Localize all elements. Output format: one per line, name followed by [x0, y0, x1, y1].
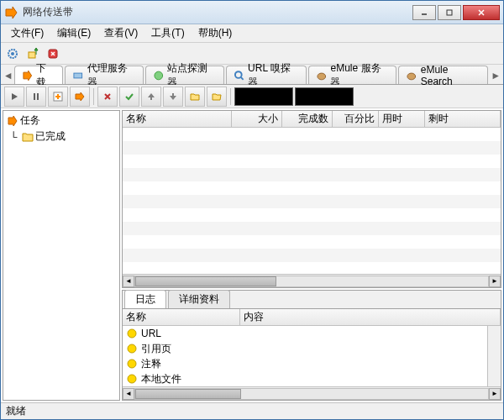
- task-tree: 任务 └ 已完成: [3, 111, 119, 146]
- gear-icon[interactable]: [4, 45, 21, 62]
- download-icon: [22, 70, 34, 81]
- task-grid-body[interactable]: [123, 128, 501, 274]
- move-up-button[interactable]: [141, 87, 161, 107]
- col-name[interactable]: 名称: [123, 111, 232, 127]
- separator: [93, 88, 94, 105]
- svg-rect-6: [74, 73, 82, 78]
- titlebar: 网络传送带: [1, 1, 503, 24]
- menu-tools[interactable]: 工具(T): [144, 24, 191, 42]
- svg-line-9: [240, 76, 243, 79]
- detail-hscroll[interactable]: ◄ ►: [123, 386, 501, 400]
- tab-site-probe[interactable]: 站点探测器: [145, 66, 224, 84]
- tab-scroll-left[interactable]: ◄: [3, 67, 14, 84]
- browse-button[interactable]: [207, 87, 227, 107]
- scroll-left-button[interactable]: ◄: [123, 388, 134, 400]
- maximize-button[interactable]: [438, 5, 461, 20]
- scroll-thumb[interactable]: [135, 276, 276, 286]
- status-display-2: [295, 87, 354, 106]
- tasks-icon: [7, 115, 18, 127]
- tab-scroll-right[interactable]: ►: [490, 67, 501, 84]
- new-task-button[interactable]: [70, 87, 90, 107]
- tab-details[interactable]: 详细资料: [168, 290, 230, 308]
- sidebar: 任务 └ 已完成: [3, 110, 120, 401]
- proxy-icon: [72, 70, 84, 81]
- tabbar: ◄ 下载 代理服务器 站点探测器 URL 嗅探器 eMule 服务器 eMule…: [1, 65, 503, 85]
- move-down-button[interactable]: [163, 87, 183, 107]
- col-percent[interactable]: 百分比: [333, 111, 379, 127]
- svg-point-11: [407, 73, 416, 80]
- tab-download[interactable]: 下载: [14, 66, 64, 84]
- scroll-track[interactable]: [134, 388, 489, 400]
- separator: [230, 88, 231, 105]
- main-panel: 名称 大小 完成数 百分比 用时 剩时 ◄ ► 日志 详细资料: [122, 110, 501, 401]
- scroll-right-button[interactable]: ►: [489, 276, 501, 287]
- svg-point-17: [128, 360, 136, 368]
- col-size[interactable]: 大小: [232, 111, 282, 127]
- tab-emule-server[interactable]: eMule 服务器: [308, 66, 396, 84]
- detail-row: URL: [123, 326, 487, 341]
- col-elapsed[interactable]: 用时: [379, 111, 425, 127]
- tab-emule-search[interactable]: eMule Search: [398, 66, 488, 84]
- detail-row: 注释: [123, 356, 487, 371]
- close-button[interactable]: [463, 5, 500, 20]
- content-area: 任务 └ 已完成 名称 大小 完成数 百分比 用时 剩时: [1, 108, 503, 402]
- tab-log[interactable]: 日志: [124, 290, 166, 308]
- task-grid: 名称 大小 完成数 百分比 用时 剩时 ◄ ►: [122, 110, 501, 288]
- pause-button[interactable]: [26, 87, 46, 107]
- col-done[interactable]: 完成数: [282, 111, 333, 127]
- tree-tasks[interactable]: 任务: [5, 113, 118, 129]
- menu-view[interactable]: 查看(V): [97, 24, 144, 42]
- scroll-track[interactable]: [134, 276, 489, 287]
- bullet-icon: [126, 328, 138, 339]
- task-hscroll[interactable]: ◄ ►: [123, 274, 501, 287]
- bullet-icon: [126, 343, 138, 354]
- delete-icon[interactable]: [45, 45, 61, 62]
- statusbar: 就绪: [1, 402, 503, 419]
- status-text: 就绪: [6, 404, 26, 418]
- scroll-left-button[interactable]: ◄: [123, 276, 134, 287]
- col-remaining[interactable]: 剩时: [425, 111, 501, 127]
- svg-point-10: [318, 73, 326, 80]
- svg-point-18: [128, 375, 136, 383]
- svg-rect-4: [29, 52, 35, 58]
- svg-point-8: [234, 71, 241, 78]
- detail-vscroll[interactable]: [487, 326, 501, 386]
- detail-grid-body[interactable]: URL 引用页 注释 本地文件: [123, 326, 487, 386]
- app-icon: [4, 6, 18, 19]
- remove-button[interactable]: [97, 87, 118, 107]
- tree-completed[interactable]: └ 已完成: [5, 129, 118, 144]
- col-detail-name[interactable]: 名称: [123, 309, 240, 325]
- window-title: 网络传送带: [23, 5, 412, 19]
- menu-edit[interactable]: 编辑(E): [50, 24, 97, 42]
- emule-search-icon: [406, 70, 417, 81]
- svg-point-3: [11, 52, 14, 55]
- export-icon[interactable]: [24, 45, 41, 62]
- emule-icon: [316, 70, 328, 81]
- scroll-thumb[interactable]: [135, 389, 241, 399]
- detail-grid: 名称 内容 URL 引用页 注释 本地文件 ◄ ►: [122, 308, 501, 401]
- detail-grid-header: 名称 内容: [123, 309, 501, 326]
- toolbar-actions: [1, 85, 503, 108]
- menu-file[interactable]: 文件(F): [4, 24, 50, 42]
- probe-icon: [153, 70, 165, 81]
- svg-rect-12: [34, 93, 35, 100]
- svg-point-15: [128, 329, 136, 338]
- tree-connector: └: [7, 131, 20, 143]
- svg-point-16: [128, 344, 136, 353]
- menubar: 文件(F) 编辑(E) 查看(V) 工具(T) 帮助(H): [1, 24, 503, 43]
- status-display-1: [234, 87, 293, 106]
- scroll-right-button[interactable]: ►: [489, 388, 501, 400]
- col-detail-content[interactable]: 内容: [240, 309, 501, 325]
- add-button[interactable]: [48, 87, 68, 107]
- menu-help[interactable]: 帮助(H): [192, 24, 239, 42]
- open-folder-button[interactable]: [185, 87, 205, 107]
- svg-rect-13: [37, 93, 39, 100]
- play-button[interactable]: [4, 87, 24, 107]
- bullet-icon: [126, 373, 138, 385]
- detail-tabs: 日志 详细资料: [122, 290, 501, 308]
- tab-url-sniffer[interactable]: URL 嗅探器: [226, 66, 307, 84]
- tab-proxy[interactable]: 代理服务器: [65, 66, 144, 84]
- confirm-button[interactable]: [119, 87, 139, 107]
- minimize-button[interactable]: [412, 5, 436, 20]
- svg-point-7: [155, 71, 163, 80]
